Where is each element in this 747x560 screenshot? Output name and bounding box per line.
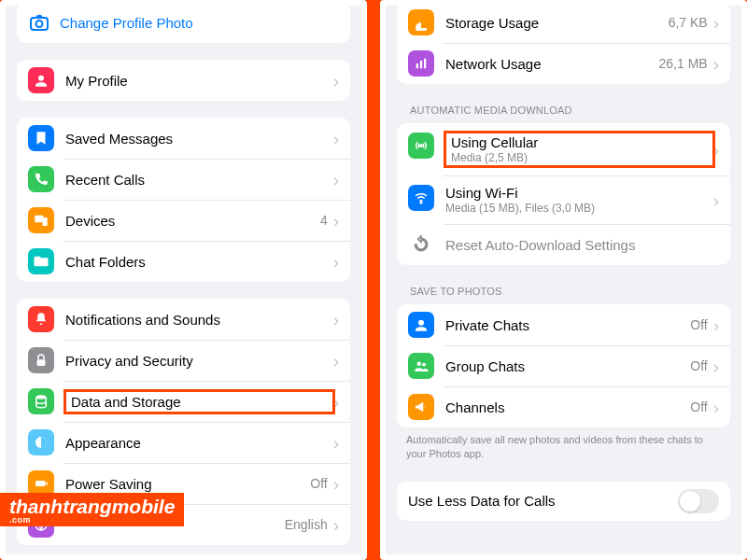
chevron-right-icon: › xyxy=(333,393,339,411)
svg-point-16 xyxy=(418,320,424,326)
devices-label: Devices xyxy=(65,213,320,229)
use-less-data-label: Use Less Data for Calls xyxy=(408,493,678,509)
private-chats-label: Private Chats xyxy=(445,317,690,333)
reset-auto-download-row[interactable]: Reset Auto-Download Settings xyxy=(397,224,730,265)
using-cellular-sub: Media (2,5 MB) xyxy=(451,151,708,164)
svg-rect-12 xyxy=(420,61,422,68)
private-chats-value: Off xyxy=(690,317,707,332)
change-photo-label: Change Profile Photo xyxy=(60,15,193,31)
data-storage-label: Data and Storage xyxy=(65,391,333,413)
network-usage-value: 26,1 MB xyxy=(659,56,708,71)
group-chats-value: Off xyxy=(690,358,707,373)
svg-point-1 xyxy=(36,21,43,27)
folder-icon xyxy=(28,248,54,274)
chevron-right-icon: › xyxy=(333,130,339,147)
notifications-row[interactable]: Notifications and Sounds › xyxy=(17,299,350,340)
storage-usage-label: Storage Usage xyxy=(445,15,669,31)
watermark-logo: thanhtrangmobile .com xyxy=(0,493,184,526)
chevron-right-icon: › xyxy=(333,475,339,493)
svg-rect-8 xyxy=(35,481,46,486)
recent-calls-label: Recent Calls xyxy=(65,172,333,188)
chevron-right-icon: › xyxy=(713,191,719,209)
group-chats-label: Group Chats xyxy=(445,358,690,374)
recent-calls-row[interactable]: Recent Calls › xyxy=(17,159,350,200)
svg-rect-9 xyxy=(46,483,48,485)
my-profile-label: My Profile xyxy=(65,73,333,89)
storage-usage-row[interactable]: Storage Usage 6,7 KB › xyxy=(397,2,730,43)
cellular-icon xyxy=(408,133,434,159)
lock-icon xyxy=(28,347,54,373)
using-cellular-label: Using Cellular xyxy=(451,134,708,150)
chat-folders-label: Chat Folders xyxy=(65,254,333,270)
private-chats-row[interactable]: Private Chats Off › xyxy=(397,304,730,345)
svg-rect-3 xyxy=(35,216,43,223)
reset-icon xyxy=(408,231,434,258)
devices-count: 4 xyxy=(320,213,328,228)
svg-rect-0 xyxy=(31,18,48,30)
svg-rect-5 xyxy=(37,359,46,366)
chevron-right-icon: › xyxy=(713,399,719,416)
power-saving-value: Off xyxy=(310,476,327,491)
megaphone-icon xyxy=(408,394,434,420)
saved-messages-row[interactable]: Saved Messages › xyxy=(17,118,350,159)
using-wifi-row[interactable]: Using Wi-Fi Media (15 MB), Files (3,0 MB… xyxy=(397,175,730,224)
chevron-right-icon: › xyxy=(333,253,339,271)
chevron-right-icon: › xyxy=(713,316,719,334)
chart-icon xyxy=(408,50,434,77)
devices-row[interactable]: Devices 4 › xyxy=(17,200,350,241)
svg-point-2 xyxy=(38,76,44,81)
svg-point-17 xyxy=(417,362,422,367)
chevron-right-icon: › xyxy=(333,352,339,370)
chevron-right-icon: › xyxy=(333,171,339,189)
appearance-row[interactable]: Appearance › xyxy=(17,422,350,463)
using-cellular-row[interactable]: Using Cellular Media (2,5 MB) › xyxy=(397,123,730,175)
profile-icon xyxy=(28,67,54,93)
use-less-data-toggle[interactable] xyxy=(678,489,719,513)
person-icon xyxy=(408,312,434,338)
section-save-photos: SAVE TO PHOTOS xyxy=(386,282,741,301)
chevron-right-icon: › xyxy=(713,141,719,159)
channels-row[interactable]: Channels Off › xyxy=(397,386,730,427)
data-storage-row[interactable]: Data and Storage › xyxy=(17,381,350,422)
svg-rect-11 xyxy=(416,63,418,68)
bell-icon xyxy=(28,306,54,332)
network-usage-label: Network Usage xyxy=(445,56,659,72)
svg-rect-4 xyxy=(43,217,48,226)
chevron-right-icon: › xyxy=(713,357,719,375)
chevron-right-icon: › xyxy=(333,434,339,452)
channels-label: Channels xyxy=(445,399,690,415)
appearance-label: Appearance xyxy=(65,435,333,451)
database-icon xyxy=(28,388,54,414)
change-photo-row[interactable]: Change Profile Photo xyxy=(17,2,350,43)
svg-point-14 xyxy=(420,145,422,147)
watermark-brand: thanhtrangmobile xyxy=(9,496,175,517)
group-chats-row[interactable]: Group Chats Off › xyxy=(397,345,730,386)
using-wifi-sub: Media (15 MB), Files (3,0 MB) xyxy=(445,202,713,215)
using-wifi-label: Using Wi-Fi xyxy=(445,185,713,201)
reset-label: Reset Auto-Download Settings xyxy=(445,237,719,253)
svg-point-15 xyxy=(420,202,422,203)
saved-messages-label: Saved Messages xyxy=(65,131,333,147)
watermark-tld: .com xyxy=(9,516,175,525)
privacy-label: Privacy and Security xyxy=(65,353,333,369)
chat-folders-row[interactable]: Chat Folders › xyxy=(17,241,350,282)
group-icon xyxy=(408,353,434,379)
chevron-right-icon: › xyxy=(333,72,339,90)
my-profile-row[interactable]: My Profile › xyxy=(17,60,350,101)
channels-value: Off xyxy=(690,399,707,414)
svg-point-6 xyxy=(36,395,47,399)
storage-usage-value: 6,7 KB xyxy=(669,15,708,30)
svg-point-18 xyxy=(422,363,426,367)
use-less-data-row[interactable]: Use Less Data for Calls xyxy=(397,482,730,521)
wifi-icon xyxy=(408,185,434,211)
language-value: English xyxy=(285,517,328,532)
phone-icon xyxy=(28,166,54,192)
network-usage-row[interactable]: Network Usage 26,1 MB › xyxy=(397,43,730,84)
storage-icon xyxy=(408,9,434,35)
save-photos-footer: Automatically save all new photos and vi… xyxy=(386,433,741,470)
privacy-row[interactable]: Privacy and Security › xyxy=(17,340,350,381)
chevron-right-icon: › xyxy=(713,55,719,73)
devices-icon xyxy=(28,207,54,233)
chevron-right-icon: › xyxy=(333,516,339,534)
chevron-right-icon: › xyxy=(333,212,339,230)
